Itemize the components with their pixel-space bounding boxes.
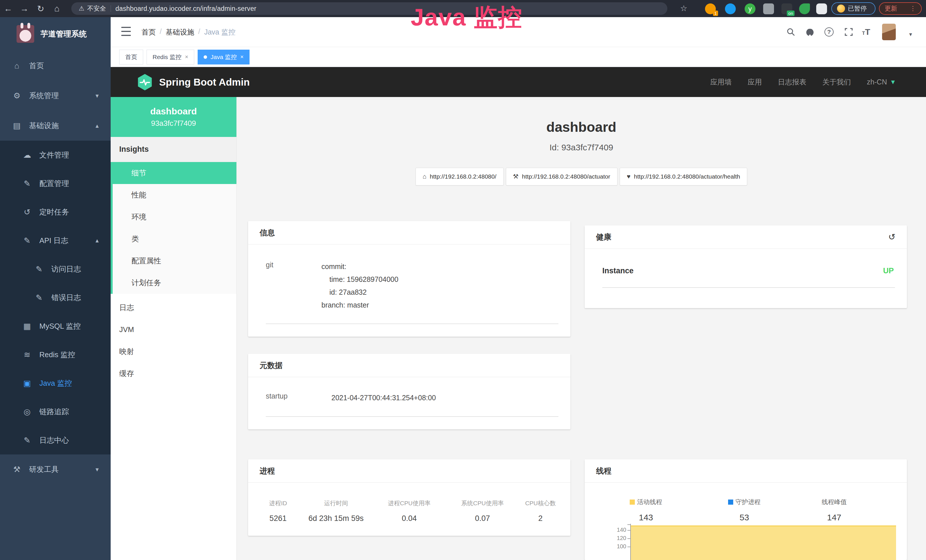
sba-item-logs[interactable]: 日志 — [110, 297, 236, 319]
sidebar-item-dev-tools[interactable]: 研发工具 ▾ — [0, 454, 110, 484]
font-size-icon[interactable]: TT — [860, 26, 872, 38]
health-url-button[interactable]: ♥ http://192.168.0.2:48080/actuator/heal… — [620, 168, 747, 185]
sba-nav-applications[interactable]: 应用 — [747, 77, 762, 87]
breadcrumb-home[interactable]: 首页 — [141, 27, 156, 37]
page-url[interactable]: dashboard.yudao.iocoder.cn/infra/admin-s… — [115, 5, 256, 12]
extension-icon-switch[interactable]: on — [781, 3, 792, 14]
browser-back-icon[interactable]: ← — [0, 4, 16, 14]
search-icon[interactable] — [785, 26, 797, 38]
health-history-icon[interactable]: ↺ — [888, 232, 896, 242]
tab-java-monitor[interactable]: Java 监控 × — [198, 50, 250, 65]
sba-brand[interactable]: Spring Boot Admin — [137, 74, 250, 91]
app-logo-row[interactable]: 芋道管理系统 — [0, 17, 110, 51]
process-col-pid: 进程ID 5261 — [257, 499, 300, 523]
help-icon[interactable]: ? — [823, 26, 835, 38]
browser-home-icon[interactable]: ⌂ — [49, 4, 65, 14]
github-icon[interactable] — [803, 26, 816, 38]
security-label[interactable]: 不安全 — [87, 4, 106, 13]
sba-item-details[interactable]: 细节 — [113, 162, 236, 184]
sba-item-metrics[interactable]: 性能 — [113, 184, 236, 206]
sba-item-classes[interactable]: 类 — [113, 228, 236, 250]
sba-nav-wallboard[interactable]: 应用墙 — [710, 77, 731, 87]
browser-reload-icon[interactable]: ↻ — [33, 4, 49, 14]
card-title: 健康 — [596, 232, 611, 242]
metadata-key: startup — [266, 391, 331, 404]
paused-badge[interactable]: 已暂停 — [831, 2, 876, 15]
sba-item-config-props[interactable]: 配置属性 — [113, 250, 236, 272]
app-sidebar: 芋道管理系统 首页 系统管理 ▾ 基础设施 ▴ 文件管理 配置管理 — [0, 17, 110, 560]
extension-icon-orange[interactable]: 1 — [705, 3, 716, 14]
sidebar-item-label: Redis 监控 — [39, 350, 75, 360]
threads-card: 线程 活动线程 143 守护进程 53 线程峰值 147 — [585, 459, 907, 560]
service-url-button[interactable]: ⌂ http://192.168.0.2:48080/ — [416, 168, 504, 185]
legend-value: 53 — [707, 513, 781, 522]
address-bar[interactable]: ⚠ 不安全 dashboard.yudao.iocoder.cn/infra/a… — [71, 2, 667, 15]
extensions-puzzle-icon[interactable] — [816, 3, 827, 14]
sidebar-item-mysql-monitor[interactable]: MySQL 监控 — [0, 312, 110, 341]
legend-peak-threads: 线程峰值 147 — [797, 498, 871, 522]
column-value: 0.04 — [373, 514, 446, 523]
sba-item-scheduled-tasks[interactable]: 计划任务 — [113, 272, 236, 294]
extension-on-badge: on — [787, 11, 794, 16]
sba-nav-about[interactable]: 关于我们 — [822, 77, 851, 87]
extension-icon-y[interactable]: y — [744, 3, 755, 14]
user-avatar[interactable] — [882, 24, 896, 40]
close-icon[interactable]: × — [240, 54, 244, 60]
tab-redis-monitor[interactable]: Redis 监控 × — [147, 50, 194, 65]
sidebar-item-home[interactable]: 首页 — [0, 51, 110, 81]
breadcrumb-infrastructure[interactable]: 基础设施 — [166, 27, 194, 37]
legend-daemon-threads: 守护进程 53 — [707, 498, 781, 522]
page-title: dashboard — [237, 119, 926, 135]
sidebar-item-error-logs[interactable]: 错误日志 — [0, 283, 110, 312]
sidebar-item-infrastructure[interactable]: 基础设施 ▴ — [0, 111, 110, 141]
sba-item-label: 配置属性 — [132, 256, 161, 266]
git-branch-line: branch: master — [321, 299, 398, 312]
info-card: 信息 git commit: time: 1596289704000 id: 2… — [248, 221, 570, 337]
breadcrumb-current: Java 监控 — [204, 27, 236, 37]
status-badge: UP — [883, 266, 894, 275]
extension-icon-leaf[interactable] — [799, 3, 810, 14]
sidebar-item-api-logs[interactable]: API 日志 ▴ — [0, 226, 110, 255]
browser-forward-icon[interactable]: → — [16, 4, 33, 14]
sidebar-item-tracing[interactable]: 链路追踪 — [0, 397, 110, 426]
column-value: 2 — [519, 514, 562, 523]
legend-square-yellow — [630, 499, 635, 505]
instance-panel[interactable]: dashboard 93a3fc7f7409 — [110, 97, 236, 137]
sidebar-item-system[interactable]: 系统管理 ▾ — [0, 81, 110, 111]
sba-locale-select[interactable]: zh-CN ▼ — [867, 78, 896, 86]
insights-section-header[interactable]: Insights — [110, 137, 236, 162]
hamburger-icon[interactable] — [121, 27, 131, 36]
sba-item-jvm[interactable]: JVM — [110, 319, 236, 341]
update-button[interactable]: 更新 ⋮ — [879, 2, 922, 15]
sidebar-item-label: 访问日志 — [51, 264, 81, 274]
sidebar-item-file-management[interactable]: 文件管理 — [0, 141, 110, 169]
git-id-line: id: 27aa832 — [321, 286, 398, 299]
instance-links: ⌂ http://192.168.0.2:48080/ ⚒ http://192… — [237, 168, 926, 185]
fullscreen-icon[interactable] — [843, 26, 855, 38]
close-icon[interactable]: × — [185, 54, 189, 60]
metadata-value: 2021-04-27T00:44:31.254+08:00 — [331, 391, 436, 404]
sidebar-item-redis-monitor[interactable]: Redis 监控 — [0, 341, 110, 369]
sidebar-item-log-center[interactable]: 日志中心 — [0, 426, 110, 454]
sba-item-environment[interactable]: 环境 — [113, 206, 236, 228]
actuator-url-button[interactable]: ⚒ http://192.168.0.2:48080/actuator — [506, 168, 617, 185]
sba-item-mappings[interactable]: 映射 — [110, 341, 236, 363]
sidebar-item-scheduled-tasks[interactable]: 定时任务 — [0, 198, 110, 226]
info-key: git — [266, 260, 321, 312]
extension-icon-pin[interactable] — [725, 3, 736, 14]
info-value: commit: time: 1596289704000 id: 27aa832 … — [321, 260, 398, 312]
legend-value: 143 — [609, 513, 683, 522]
sba-item-caches[interactable]: 缓存 — [110, 363, 236, 384]
sba-nav-journal[interactable]: 日志报表 — [778, 77, 806, 87]
chevron-down-icon: ▾ — [95, 92, 99, 100]
bookmark-star-icon[interactable]: ☆ — [680, 4, 687, 13]
sidebar-item-config-management[interactable]: 配置管理 — [0, 169, 110, 198]
sidebar-item-access-logs[interactable]: 访问日志 — [0, 255, 110, 283]
tab-home[interactable]: 首页 — [119, 50, 143, 65]
annotation-text: Java 监控 — [411, 1, 522, 34]
extension-icon-grid[interactable] — [763, 3, 774, 14]
avatar-caret-icon[interactable]: ▾ — [909, 31, 912, 38]
link-label: http://192.168.0.2:48080/actuator/health — [634, 173, 740, 180]
browser-menu-icon[interactable]: ⋮ — [910, 5, 916, 12]
sidebar-item-java-monitor[interactable]: Java 监控 — [0, 369, 110, 397]
